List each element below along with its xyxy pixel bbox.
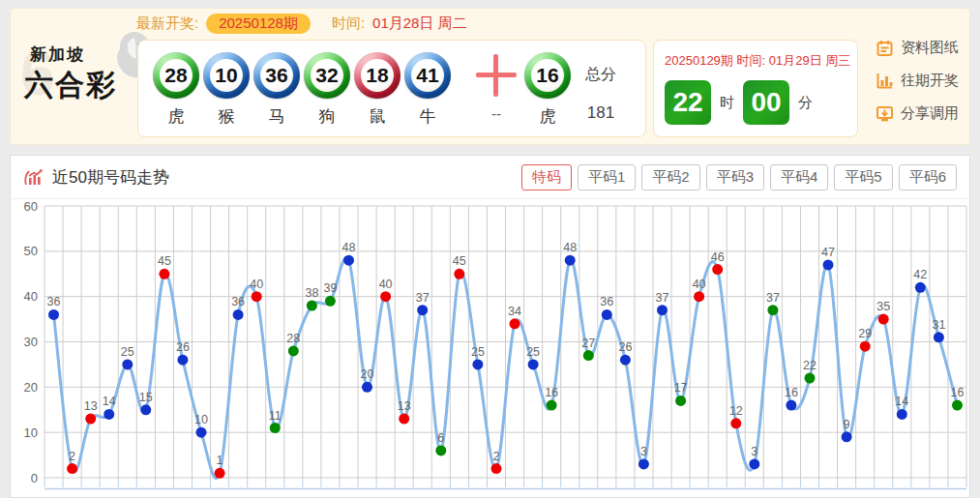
data-point-label: 37 [656, 291, 669, 305]
data-point [104, 409, 114, 420]
tab-normal-code-5[interactable]: 平码5 [834, 164, 892, 190]
next-draw-time-label: 时间: [736, 53, 765, 68]
plus-zodiac-label: -- [475, 105, 518, 122]
result-ball-cell: 41牛 [403, 52, 452, 128]
y-axis-label: 50 [24, 244, 38, 258]
data-point [491, 463, 502, 474]
data-point [288, 345, 299, 356]
data-point [307, 301, 317, 311]
lottery-ball: 10 [203, 52, 250, 99]
data-point-label: 3 [640, 445, 647, 458]
data-point-label: 39 [323, 281, 337, 295]
data-point [823, 259, 834, 270]
site-logo: 6 新加坡 六合彩 [24, 44, 142, 105]
data-point [362, 382, 372, 393]
link-share-label: 分享调用 [901, 104, 959, 123]
data-point [878, 314, 889, 325]
data-point [915, 282, 926, 293]
link-share[interactable]: 分享调用 [876, 104, 972, 123]
tab-normal-code-2[interactable]: 平码2 [641, 164, 699, 190]
latest-issue-badge: 20250128期 [206, 14, 311, 34]
data-point [712, 264, 723, 275]
data-point-label: 15 [139, 391, 153, 404]
notebook-icon [876, 39, 894, 57]
tab-normal-code-6[interactable]: 平码6 [899, 164, 957, 190]
data-point [528, 359, 539, 369]
tab-normal-code-3[interactable]: 平码3 [706, 164, 764, 190]
chart-header: 近50期号码走势 特码平码1平码2平码3平码4平码5平码6 [11, 156, 969, 199]
link-past-draws[interactable]: 往期开奖 [876, 72, 972, 90]
plus-icon [476, 52, 517, 99]
link-materials[interactable]: 资料图纸 [876, 39, 972, 57]
data-point-label: 36 [600, 295, 613, 308]
data-point [675, 395, 686, 406]
data-point-label: 2 [69, 450, 75, 463]
top-banner: 6 新加坡 六合彩 最新开奖: 20250128期 时间: 01月28日 周二 … [10, 8, 970, 145]
y-axis-label: 40 [24, 289, 38, 304]
tab-special-code[interactable]: 特码 [521, 164, 572, 190]
data-point [159, 269, 169, 279]
tab-normal-code-1[interactable]: 平码1 [578, 164, 636, 190]
ball-zodiac: 狗 [303, 105, 351, 128]
data-point [122, 359, 133, 369]
data-point [435, 445, 446, 455]
latest-draw-date: 01月28日 周二 [372, 15, 467, 33]
page: 6 新加坡 六合彩 最新开奖: 20250128期 时间: 01月28日 周二 … [0, 0, 980, 498]
link-materials-label: 资料图纸 [901, 39, 959, 57]
data-point-label: 36 [231, 295, 245, 308]
ball-zodiac: 马 [252, 105, 301, 128]
lottery-ball: 32 [304, 52, 350, 99]
special-ball-zodiac: 虎 [523, 105, 572, 128]
data-point [749, 458, 759, 469]
data-point [547, 400, 557, 411]
data-point [417, 305, 428, 315]
data-point-label: 45 [453, 254, 466, 268]
data-point [934, 332, 944, 342]
y-axis-label: 0 [31, 471, 38, 485]
share-icon [876, 104, 894, 123]
data-point [343, 255, 354, 266]
data-point [196, 427, 207, 438]
data-point-label: 20 [361, 367, 374, 381]
lottery-ball: 28 [153, 52, 199, 99]
ball-number: 18 [361, 59, 394, 92]
data-point-label: 35 [876, 300, 890, 313]
data-point-label: 40 [693, 278, 706, 291]
ball-zodiac: 虎 [152, 105, 200, 128]
data-point [767, 305, 778, 315]
data-point [565, 255, 576, 266]
result-ball-cell: 10猴 [202, 52, 251, 128]
next-draw-date: 01月29日 周三 [769, 53, 851, 68]
code-tabs: 特码平码1平码2平码3平码4平码5平码6 [521, 164, 957, 190]
plus-cell: -- [475, 52, 518, 122]
data-point-label: 3 [751, 445, 757, 458]
total-cell: 总分 181 [579, 52, 623, 123]
special-ball: 16 [524, 52, 571, 99]
data-point-label: 26 [618, 340, 632, 354]
data-point-label: 34 [508, 305, 521, 318]
data-point-label: 31 [932, 318, 945, 332]
result-ball-cell: 32狗 [303, 52, 351, 128]
data-point [897, 409, 907, 420]
data-point-label: 11 [269, 409, 282, 423]
tab-normal-code-4[interactable]: 平码4 [770, 164, 828, 190]
y-axis-label: 60 [24, 200, 38, 214]
data-point [270, 423, 281, 433]
data-point [602, 309, 612, 320]
special-ball-cell: 16 虎 [523, 52, 572, 128]
data-point [657, 305, 668, 315]
latest-time-label: 时间: [332, 15, 365, 33]
data-point-label: 13 [398, 399, 411, 413]
data-point-label: 14 [103, 395, 116, 408]
lottery-ball: 41 [404, 52, 451, 99]
data-point [860, 341, 871, 352]
data-point [252, 291, 262, 302]
data-point-label: 40 [379, 278, 393, 291]
lottery-ball: 36 [253, 52, 300, 99]
result-balls-panel: 28虎10猴36马32狗18鼠41牛 -- 16 虎 总分 181 [137, 40, 646, 137]
result-ball-cell: 28虎 [152, 52, 200, 128]
data-point [380, 291, 391, 302]
data-point [694, 291, 704, 302]
data-point [805, 373, 816, 384]
data-point-label: 6 [437, 431, 444, 445]
